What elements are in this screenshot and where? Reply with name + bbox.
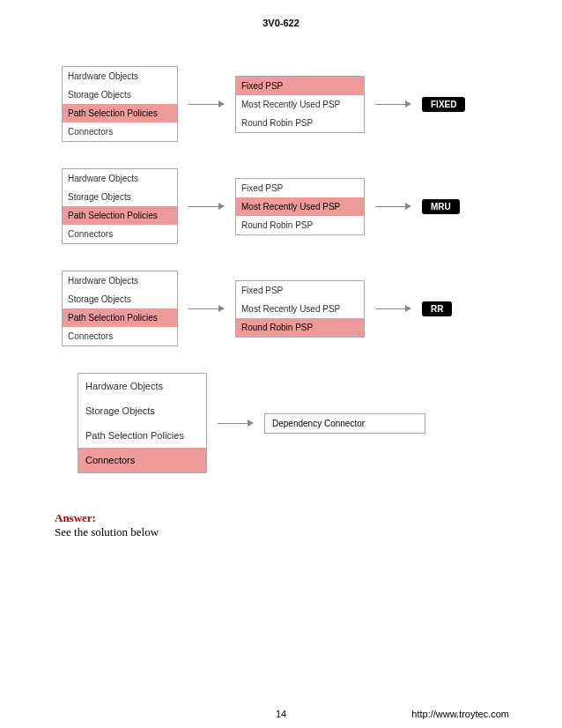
psp-fixed[interactable]: Fixed PSP — [236, 281, 364, 300]
arrow-icon — [189, 305, 225, 312]
psp-list-2[interactable]: Fixed PSP Most Recently Used PSP Round R… — [235, 178, 365, 235]
list-item-hardware[interactable]: Hardware Objects — [63, 67, 177, 85]
source-list-3[interactable]: Hardware Objects Storage Objects Path Se… — [62, 271, 178, 346]
psp-mru[interactable]: Most Recently Used PSP — [236, 300, 364, 318]
mapping-row-2: Hardware Objects Storage Objects Path Se… — [62, 168, 520, 244]
list-item-connectors[interactable]: Connectors — [63, 225, 177, 243]
source-list-4[interactable]: Hardware Objects Storage Objects Path Se… — [78, 373, 207, 473]
arrow-icon — [189, 100, 225, 108]
answer-block: Answer: See the solution below — [55, 511, 159, 539]
arrow-icon — [375, 305, 411, 312]
arrow-icon — [218, 420, 254, 427]
mapping-row-4: Hardware Objects Storage Objects Path Se… — [62, 373, 520, 473]
list-item-storage[interactable]: Storage Objects — [63, 85, 177, 104]
psp-fixed-selected[interactable]: Fixed PSP — [236, 77, 364, 95]
answer-label: Answer: — [55, 511, 159, 525]
psp-rr[interactable]: Round Robin PSP — [236, 114, 364, 132]
list-item-connectors[interactable]: Connectors — [63, 327, 177, 345]
list-item-storage[interactable]: Storage Objects — [78, 398, 206, 423]
footer-url: http://www.troytec.com — [411, 709, 509, 719]
list-item-hardware[interactable]: Hardware Objects — [78, 374, 206, 398]
list-item-psp-selected[interactable]: Path Selection Policies — [63, 206, 177, 225]
list-item-psp-selected[interactable]: Path Selection Policies — [63, 104, 177, 123]
mapping-row-1: Hardware Objects Storage Objects Path Se… — [62, 66, 520, 142]
psp-rr[interactable]: Round Robin PSP — [236, 216, 364, 234]
result-tag-mru: MRU — [422, 199, 460, 214]
list-item-connectors-selected[interactable]: Connectors — [78, 448, 206, 472]
list-item-connectors[interactable]: Connectors — [63, 123, 177, 141]
source-list-1[interactable]: Hardware Objects Storage Objects Path Se… — [62, 66, 178, 142]
result-tag-rr: RR — [422, 301, 452, 316]
list-item-psp-selected[interactable]: Path Selection Policies — [63, 308, 177, 327]
list-item-storage[interactable]: Storage Objects — [63, 290, 177, 308]
psp-mru-selected[interactable]: Most Recently Used PSP — [236, 197, 364, 216]
mapping-row-3: Hardware Objects Storage Objects Path Se… — [62, 271, 520, 346]
content-area: Hardware Objects Storage Objects Path Se… — [62, 66, 520, 500]
arrow-icon — [375, 203, 411, 210]
list-item-hardware[interactable]: Hardware Objects — [63, 169, 177, 188]
arrow-icon — [375, 100, 411, 108]
psp-list-3[interactable]: Fixed PSP Most Recently Used PSP Round R… — [235, 280, 365, 338]
page-title: 3V0-622 — [0, 0, 562, 28]
psp-rr-selected[interactable]: Round Robin PSP — [236, 318, 364, 337]
source-list-2[interactable]: Hardware Objects Storage Objects Path Se… — [62, 168, 178, 244]
list-item-storage[interactable]: Storage Objects — [63, 188, 177, 206]
arrow-icon — [189, 203, 225, 210]
dependency-connector-box: Dependency Connector — [264, 413, 425, 434]
answer-text: See the solution below — [55, 525, 159, 539]
result-tag-fixed: FIXED — [422, 97, 465, 112]
psp-list-1[interactable]: Fixed PSP Most Recently Used PSP Round R… — [235, 76, 365, 133]
list-item-psp[interactable]: Path Selection Policies — [78, 423, 206, 448]
psp-mru[interactable]: Most Recently Used PSP — [236, 95, 364, 114]
list-item-hardware[interactable]: Hardware Objects — [63, 271, 177, 290]
psp-fixed[interactable]: Fixed PSP — [236, 179, 364, 197]
